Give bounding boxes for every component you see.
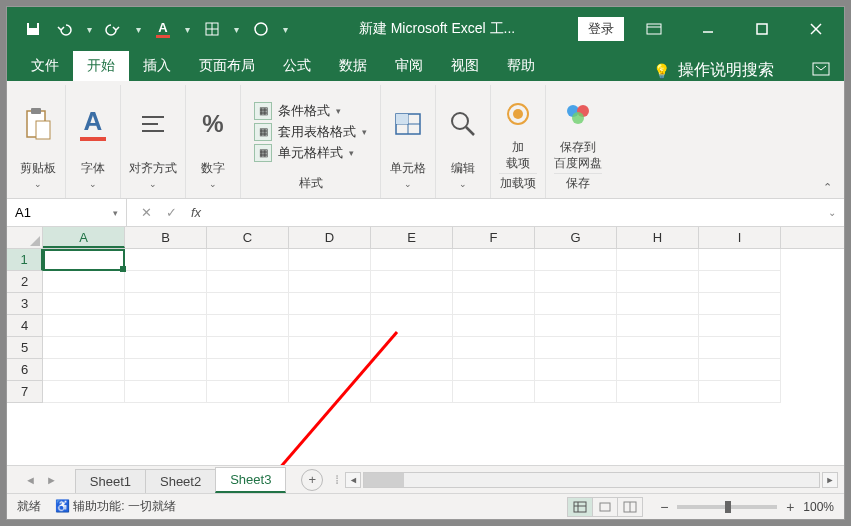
minimize-button[interactable]	[684, 14, 732, 44]
cell[interactable]	[43, 337, 125, 359]
col-header-B[interactable]: B	[125, 227, 207, 248]
conditional-format-button[interactable]: ▦条件格式 ▾	[254, 102, 367, 120]
cell[interactable]	[289, 249, 371, 271]
cell[interactable]	[289, 271, 371, 293]
cell[interactable]	[535, 337, 617, 359]
cell[interactable]	[207, 381, 289, 403]
cell[interactable]	[371, 359, 453, 381]
sheet-tab-3[interactable]: Sheet3	[215, 467, 286, 493]
col-header-C[interactable]: C	[207, 227, 289, 248]
new-sheet-button[interactable]: +	[301, 469, 323, 491]
qat-dropdown-4[interactable]: ▾	[232, 24, 241, 35]
login-button[interactable]: 登录	[578, 17, 624, 41]
fx-icon[interactable]: fx	[191, 205, 201, 220]
cell[interactable]	[125, 337, 207, 359]
zoom-out-button[interactable]: −	[657, 499, 671, 515]
accessibility-status[interactable]: ♿ 辅助功能: 一切就绪	[55, 498, 176, 515]
tab-page-layout[interactable]: 页面布局	[185, 51, 269, 81]
tab-data[interactable]: 数据	[325, 51, 381, 81]
cell[interactable]	[699, 293, 781, 315]
cell[interactable]	[125, 381, 207, 403]
cell[interactable]	[207, 249, 289, 271]
cell[interactable]	[699, 381, 781, 403]
horizontal-scrollbar[interactable]	[363, 472, 820, 488]
cell-styles-button[interactable]: ▦单元格样式 ▾	[254, 144, 367, 162]
circle-qat-icon[interactable]	[249, 17, 273, 41]
zoom-in-button[interactable]: +	[783, 499, 797, 515]
cell[interactable]	[617, 315, 699, 337]
view-normal-icon[interactable]	[567, 497, 593, 517]
expand-formula-bar-icon[interactable]: ⌄	[820, 207, 844, 218]
tab-file[interactable]: 文件	[17, 51, 73, 81]
tab-home[interactable]: 开始	[73, 51, 129, 81]
cell[interactable]	[289, 381, 371, 403]
paste-icon[interactable]	[19, 105, 57, 143]
cell[interactable]	[617, 359, 699, 381]
cell[interactable]	[453, 293, 535, 315]
tab-insert[interactable]: 插入	[129, 51, 185, 81]
undo-icon[interactable]	[53, 17, 77, 41]
formula-input[interactable]	[215, 199, 820, 226]
qat-customize[interactable]: ▾	[281, 24, 290, 35]
qat-dropdown-2[interactable]: ▾	[134, 24, 143, 35]
borders-qat-icon[interactable]	[200, 17, 224, 41]
qat-dropdown[interactable]: ▾	[85, 24, 94, 35]
cell[interactable]	[617, 271, 699, 293]
row-header-7[interactable]: 7	[7, 381, 43, 403]
cell[interactable]	[699, 271, 781, 293]
col-header-H[interactable]: H	[617, 227, 699, 248]
cell[interactable]	[699, 337, 781, 359]
col-header-E[interactable]: E	[371, 227, 453, 248]
redo-icon[interactable]	[102, 17, 126, 41]
cell[interactable]	[371, 315, 453, 337]
cell[interactable]	[207, 337, 289, 359]
cell[interactable]	[289, 293, 371, 315]
cell[interactable]	[453, 359, 535, 381]
zoom-slider[interactable]	[677, 505, 777, 509]
cell[interactable]	[453, 249, 535, 271]
ribbon-display-icon[interactable]	[630, 14, 678, 44]
collapse-ribbon-icon[interactable]: ⌃	[815, 177, 840, 198]
cell[interactable]	[699, 359, 781, 381]
cell[interactable]	[207, 315, 289, 337]
cell[interactable]	[617, 381, 699, 403]
cancel-formula-icon[interactable]: ✕	[141, 205, 152, 220]
tab-help[interactable]: 帮助	[493, 51, 549, 81]
cell[interactable]	[43, 271, 125, 293]
cell[interactable]	[289, 359, 371, 381]
cell[interactable]	[453, 381, 535, 403]
cell[interactable]	[699, 249, 781, 271]
cell[interactable]	[453, 271, 535, 293]
cell[interactable]	[43, 359, 125, 381]
scroll-right-button[interactable]: ►	[822, 472, 838, 488]
cell[interactable]	[535, 315, 617, 337]
row-header-4[interactable]: 4	[7, 315, 43, 337]
find-icon[interactable]	[444, 105, 482, 143]
cell[interactable]	[535, 271, 617, 293]
enter-formula-icon[interactable]: ✓	[166, 205, 177, 220]
cell[interactable]	[535, 293, 617, 315]
col-header-G[interactable]: G	[535, 227, 617, 248]
cell[interactable]	[207, 293, 289, 315]
cell[interactable]	[371, 381, 453, 403]
sheet-tab-2[interactable]: Sheet2	[145, 469, 216, 493]
cell[interactable]	[371, 337, 453, 359]
cell[interactable]	[453, 337, 535, 359]
cell[interactable]	[125, 315, 207, 337]
cell[interactable]	[453, 315, 535, 337]
cell[interactable]	[535, 381, 617, 403]
share-icon[interactable]	[812, 62, 830, 80]
cells-icon[interactable]	[389, 105, 427, 143]
cell[interactable]	[125, 249, 207, 271]
scroll-left-button[interactable]: ◄	[345, 472, 361, 488]
save-icon[interactable]	[21, 17, 45, 41]
maximize-button[interactable]	[738, 14, 786, 44]
sheet-nav-next-icon[interactable]: ►	[46, 474, 57, 486]
row-header-5[interactable]: 5	[7, 337, 43, 359]
cell[interactable]	[43, 381, 125, 403]
col-header-D[interactable]: D	[289, 227, 371, 248]
cell[interactable]	[125, 359, 207, 381]
font-icon[interactable]: A	[74, 105, 112, 143]
row-header-3[interactable]: 3	[7, 293, 43, 315]
format-as-table-button[interactable]: ▦套用表格格式 ▾	[254, 123, 367, 141]
